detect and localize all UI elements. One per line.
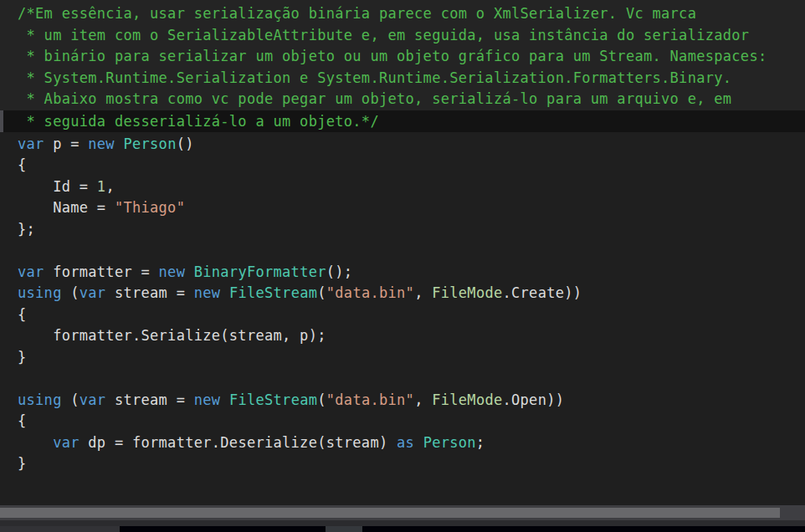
code-block: var p = new Person(){ Id = 1, Name = "Th… [0,132,805,475]
code-line: { [0,411,805,432]
comment-line: * System.Runtime.Serialization e System.… [0,68,805,90]
comment-line-highlighted: * seguida desserializá-lo a um objeto.*/ [0,110,805,132]
code-line: Name = "Thiago" [0,197,805,219]
code-line: var formatter = new BinaryFormatter(); [0,262,805,284]
code-line: using (var stream = new FileStream("data… [0,283,805,304]
code-line: }; [0,219,805,241]
taskbar-segment-left[interactable] [0,526,120,532]
taskbar-segment-mid[interactable] [326,526,362,532]
code-line: } [0,347,805,369]
code-line: formatter.Serialize(stream, p); [0,325,805,347]
horizontal-scrollbar-thumb[interactable] [0,508,780,518]
code-line: using (var stream = new FileStream("data… [0,390,805,412]
taskbar [0,526,805,532]
status-strip [0,520,805,526]
comment-line: * um item com o SerializableAttribute e,… [0,25,805,47]
line-highlight-left-marker [0,110,3,132]
code-editor[interactable]: /*Em essência, usar serialização binária… [0,0,805,505]
code-line [0,240,805,262]
code-line: { [0,155,805,176]
code-line: var p = new Person() [0,134,805,156]
comment-block: /*Em essência, usar serialização binária… [0,0,805,110]
taskbar-segment-dark-1[interactable] [120,526,326,532]
code-line: var dp = formatter.Deserialize(stream) a… [0,432,805,454]
code-line: { [0,304,805,326]
highlighted-line-row: * seguida desserializá-lo a um objeto.*/ [0,110,805,132]
comment-line: /*Em essência, usar serialização binária… [0,3,805,25]
code-line: } [0,453,805,475]
comment-line: * Abaixo mostra como vc pode pegar um ob… [0,89,805,110]
taskbar-segment-dark-2[interactable] [362,526,805,532]
comment-line: * binário para serializar um objeto ou u… [0,46,805,68]
code-line: Id = 1, [0,176,805,198]
horizontal-scrollbar[interactable] [0,505,805,520]
code-line [0,368,805,390]
